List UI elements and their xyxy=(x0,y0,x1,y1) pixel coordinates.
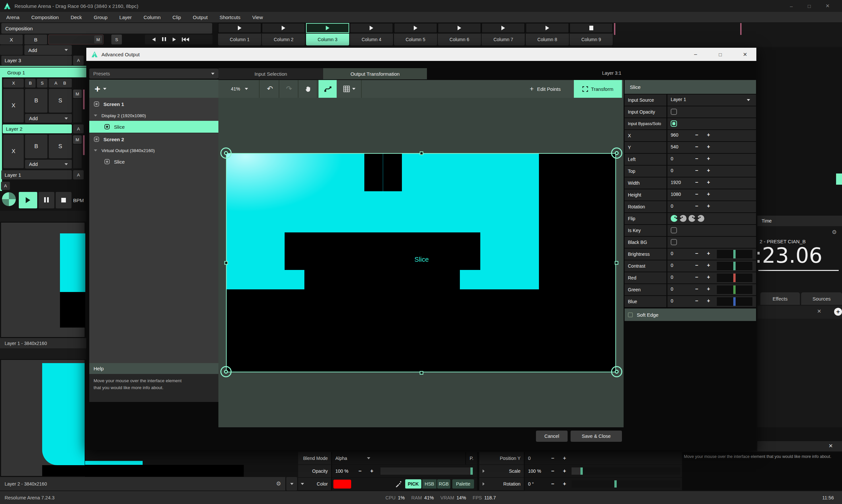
column-label-1[interactable]: Column 1 xyxy=(218,34,261,46)
value-slider[interactable] xyxy=(717,262,752,270)
grid-snap-dropdown[interactable] xyxy=(338,80,362,98)
value-slider-handle[interactable] xyxy=(733,285,736,294)
group1-bypass-button[interactable]: B xyxy=(25,79,36,88)
decrement-button[interactable]: − xyxy=(695,179,698,185)
transport-prev-frame-icon[interactable] xyxy=(152,38,156,41)
position-y-control[interactable]: 0 − + xyxy=(525,452,682,465)
cancel-button[interactable]: Cancel xyxy=(536,431,567,442)
redo-icon[interactable]: ↷ xyxy=(280,80,298,98)
layerB-blend-dropdown[interactable]: Add xyxy=(25,160,72,168)
opacity-slider-handle[interactable] xyxy=(470,467,473,475)
decrement-button[interactable]: − xyxy=(695,251,698,256)
layerA-fader-strip[interactable] xyxy=(73,99,82,123)
tree-expand-icon[interactable] xyxy=(94,114,97,116)
value-slider[interactable] xyxy=(717,297,752,306)
output-canvas[interactable]: Slice xyxy=(218,98,624,427)
column-label-9[interactable]: Column 9 xyxy=(569,34,613,46)
menu-composition[interactable]: Composition xyxy=(31,15,59,20)
handle-right-middle[interactable] xyxy=(615,261,618,265)
transport-play-icon[interactable] xyxy=(173,38,176,41)
value-slider[interactable] xyxy=(717,250,752,258)
prop-value-contrast[interactable]: 0 − + xyxy=(667,260,756,272)
rotation-decrement[interactable]: − xyxy=(551,481,554,487)
position-y-decrement[interactable]: − xyxy=(551,455,554,461)
menu-layer[interactable]: Layer xyxy=(119,15,132,20)
decrement-button[interactable]: − xyxy=(695,167,698,174)
tree-slice-item[interactable]: Slice xyxy=(89,121,218,133)
increment-button[interactable]: + xyxy=(707,203,710,209)
scrollbar-thumb[interactable] xyxy=(836,174,842,185)
value-slider-handle[interactable] xyxy=(733,297,736,306)
tree-slice-item[interactable]: Slice xyxy=(89,156,218,167)
flip-icon-2[interactable] xyxy=(680,215,686,222)
increment-button[interactable]: + xyxy=(707,167,710,174)
column-trigger-4[interactable] xyxy=(350,23,393,33)
decrement-button[interactable]: − xyxy=(695,263,698,268)
decrement-button[interactable]: − xyxy=(695,132,698,138)
transport-pause-icon[interactable] xyxy=(161,37,167,42)
time-panel-header[interactable]: Time xyxy=(757,216,842,226)
layer1-label[interactable]: Layer 1 xyxy=(1,170,72,179)
dialog-minimize-icon[interactable]: – xyxy=(694,48,697,61)
handle-bottom-center[interactable] xyxy=(420,371,423,375)
rotation-expand-icon[interactable] xyxy=(483,482,485,486)
play-button[interactable] xyxy=(19,192,37,209)
column-label-2[interactable]: Column 2 xyxy=(262,34,305,46)
undo-icon[interactable]: ↶ xyxy=(261,80,279,98)
value-slider-handle[interactable] xyxy=(733,273,736,282)
composition-a-button[interactable]: A xyxy=(1,182,10,190)
decrement-button[interactable]: − xyxy=(695,298,698,304)
scale-increment[interactable]: + xyxy=(563,468,566,474)
group1-ab-crossfade[interactable]: AB xyxy=(49,79,72,88)
decrement-button[interactable]: − xyxy=(695,144,698,150)
close-panel-icon[interactable]: ✕ xyxy=(828,443,833,449)
layerA-m-button[interactable]: M xyxy=(73,90,82,98)
prop-value-top[interactable]: 0 − + xyxy=(667,166,756,177)
column-trigger-6[interactable] xyxy=(438,23,481,33)
column-trigger-2[interactable] xyxy=(262,23,305,33)
rotation-slider-handle[interactable] xyxy=(614,480,617,488)
transform-mode-button[interactable]: Transform xyxy=(574,80,622,98)
layer2-autopilot-button[interactable]: A xyxy=(73,124,84,133)
position-y-increment[interactable]: + xyxy=(563,455,566,461)
layerB-bypass-button[interactable]: B xyxy=(25,134,48,158)
color-rgb-tab[interactable]: RGB xyxy=(437,479,450,488)
increment-button[interactable]: + xyxy=(707,132,710,138)
prop-value-y[interactable]: 540 − + xyxy=(667,142,756,153)
color-swatch[interactable] xyxy=(333,480,351,488)
layerB-m-button[interactable]: M xyxy=(73,135,82,144)
prop-value-input-opacity[interactable] xyxy=(667,106,756,118)
prop-value-blue[interactable]: 0 − + xyxy=(667,296,756,307)
close-window-icon[interactable]: ✕ xyxy=(826,0,830,12)
prop-value-width[interactable]: 1920 − + xyxy=(667,177,756,188)
column-trigger-9[interactable] xyxy=(569,23,613,33)
gear-icon[interactable]: ⚙ xyxy=(832,229,837,236)
tab-output-transformation[interactable]: Output Transformation xyxy=(323,68,427,79)
eyedropper-icon[interactable] xyxy=(395,481,402,487)
transport-goto-start-icon[interactable] xyxy=(182,38,189,41)
master-m-button[interactable]: M xyxy=(94,36,102,43)
flip-icon-4[interactable] xyxy=(697,215,704,222)
composition-clear-button[interactable]: X xyxy=(0,35,23,44)
composition-bypass-button[interactable]: B xyxy=(24,35,47,44)
handle-top-left-inner[interactable] xyxy=(224,151,228,155)
tree-expand-icon[interactable] xyxy=(94,149,97,151)
checkbox[interactable] xyxy=(671,109,677,115)
prop-value-is-key[interactable] xyxy=(667,225,756,236)
decrement-button[interactable]: − xyxy=(695,191,698,197)
prop-value-rotation[interactable]: 0 − + xyxy=(667,201,756,212)
increment-button[interactable]: + xyxy=(707,286,710,292)
column-trigger-8[interactable] xyxy=(526,23,569,33)
color-palette-tab[interactable]: Palette xyxy=(452,479,474,488)
layer2-label[interactable]: Layer 2 xyxy=(3,124,72,133)
handle-bottom-right-inner[interactable] xyxy=(615,370,619,374)
decrement-button[interactable]: − xyxy=(695,156,698,162)
tree-screen-item[interactable]: Screen 2 xyxy=(89,133,218,145)
column-label-8[interactable]: Column 8 xyxy=(526,34,569,46)
decrement-button[interactable]: − xyxy=(695,274,698,280)
layerB-clear-button[interactable]: X xyxy=(3,134,24,168)
opacity-slider[interactable] xyxy=(381,467,473,475)
prop-value-left[interactable]: 0 − + xyxy=(667,154,756,165)
value-slider-handle[interactable] xyxy=(733,250,736,258)
handle-top-right-inner[interactable] xyxy=(615,151,619,155)
